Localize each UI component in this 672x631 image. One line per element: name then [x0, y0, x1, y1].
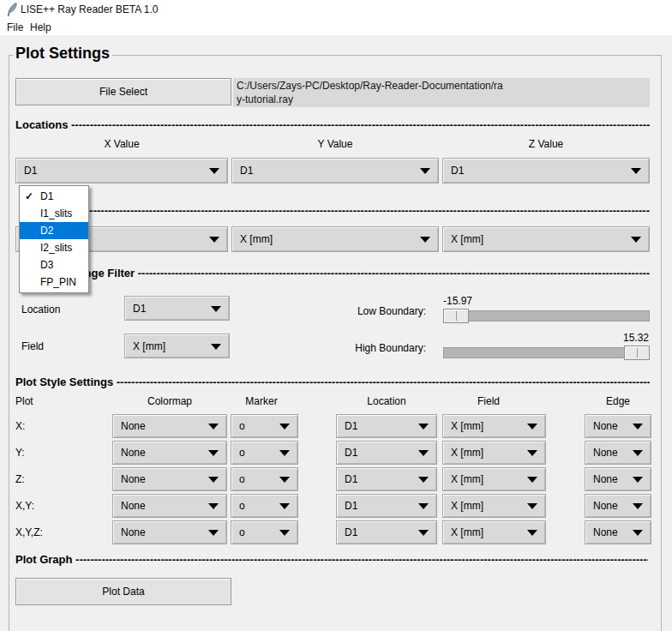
dropdown-arrow-icon [633, 424, 643, 430]
high-boundary-label: High Boundary: [309, 342, 426, 354]
field-z-value: X [mm] [451, 233, 483, 245]
edge-dropdown-xyz[interactable]: None [585, 520, 651, 544]
style-location-dropdown-x[interactable]: D1 [336, 414, 437, 438]
check-icon: ✓ [25, 188, 33, 205]
edge-dropdown-y[interactable]: None [585, 441, 651, 465]
plot-style-section-heading: Plot Style Settings --------------------… [15, 375, 650, 389]
edge-dropdown-z[interactable]: None [585, 467, 651, 491]
dropdown-arrow-icon [279, 530, 290, 536]
marker-dropdown-xy[interactable]: o [231, 494, 298, 518]
dropdown-arrow-icon [279, 503, 290, 509]
colormap-dropdown-z[interactable]: None [112, 467, 227, 491]
high-boundary-slider[interactable] [443, 346, 650, 360]
colormap-dropdown-y[interactable]: None [112, 441, 227, 465]
range-field-value: X [mm] [133, 340, 165, 352]
menu-item-d2[interactable]: D2 [20, 222, 88, 239]
location-x-dropdown[interactable]: D1 [15, 158, 228, 183]
marker-dropdown-xyz[interactable]: o [231, 520, 298, 544]
marker-dropdown-y[interactable]: o [231, 441, 298, 465]
menu-help[interactable]: Help [27, 21, 55, 34]
menu-item-i2-slits[interactable]: I2_slits [20, 239, 88, 256]
column-plot: Plot [15, 395, 33, 407]
locations-section-heading: Locations ------------------------------… [15, 117, 650, 132]
dropdown-arrow-icon [633, 503, 643, 509]
title-bar: LISE++ Ray Reader BETA 1.0 [0, 0, 672, 19]
colormap-dropdown-x[interactable]: None [112, 414, 227, 438]
dropdown-arrow-icon [631, 168, 641, 174]
app-feather-icon [6, 3, 18, 17]
dropdown-arrow-icon [633, 477, 643, 483]
plot-row-label: Z: [15, 473, 25, 485]
dropdown-arrow-icon [279, 477, 290, 483]
dropdown-arrow-icon [418, 450, 429, 456]
menu-item-i1-slits[interactable]: I1_slits [20, 205, 88, 222]
file-path-line2: y-tutorial.ray [237, 93, 650, 106]
high-boundary-slider-thumb[interactable] [624, 346, 650, 360]
location-y-value: D1 [240, 165, 253, 177]
range-filter-heading-dashes: ----------------------------------------… [138, 267, 650, 279]
style-field-dropdown-x[interactable]: X [mm] [442, 414, 546, 438]
plot-data-button[interactable]: Plot Data [15, 578, 231, 605]
style-location-dropdown-xyz[interactable]: D1 [336, 520, 437, 544]
style-location-dropdown-xy[interactable]: D1 [336, 494, 437, 518]
menu-file[interactable]: File [3, 21, 27, 34]
dropdown-arrow-icon [208, 424, 219, 430]
range-field-dropdown[interactable]: X [mm] [124, 334, 230, 358]
dropdown-arrow-icon [420, 237, 430, 243]
dropdown-arrow-icon [527, 424, 537, 430]
location-x-value: D1 [24, 165, 37, 177]
range-location-dropdown[interactable]: D1 [124, 296, 230, 321]
dropdown-arrow-icon [208, 450, 219, 456]
fields-section-dashes: ----------------------------------------… [86, 203, 650, 218]
menu-item-d3[interactable]: D3 [20, 256, 88, 273]
edge-dropdown-x[interactable]: None [585, 414, 651, 438]
dropdown-arrow-icon [418, 477, 429, 483]
dropdown-arrow-icon [527, 450, 537, 456]
colormap-dropdown-xyz[interactable]: None [112, 520, 227, 544]
dropdown-arrow-icon [418, 503, 429, 509]
field-y-dropdown[interactable]: X [mm] [231, 226, 439, 252]
file-select-button[interactable]: File Select [15, 78, 231, 105]
colormap-dropdown-xy[interactable]: None [112, 494, 227, 518]
locations-heading-label: Locations [15, 118, 68, 131]
plot-style-heading-label: Plot Style Settings [15, 376, 113, 388]
menu-item-fp-pin[interactable]: FP_PIN [20, 273, 88, 291]
column-colormap: Colormap [147, 395, 192, 407]
locations-heading-dashes: ----------------------------------------… [71, 118, 650, 131]
range-location-value: D1 [133, 303, 146, 315]
column-edge: Edge [606, 395, 630, 407]
dropdown-arrow-icon [631, 237, 641, 243]
marker-dropdown-z[interactable]: o [231, 467, 298, 491]
edge-dropdown-xy[interactable]: None [585, 494, 651, 518]
style-field-dropdown-y[interactable]: X [mm] [442, 441, 546, 465]
location-z-dropdown[interactable]: D1 [442, 158, 650, 183]
location-dropdown-menu: ✓ D1 I1_slits D2 I2_slits D3 FP_PIN [19, 185, 89, 293]
style-field-dropdown-z[interactable]: X [mm] [442, 467, 546, 491]
style-location-dropdown-y[interactable]: D1 [336, 441, 437, 465]
field-z-dropdown[interactable]: X [mm] [442, 226, 650, 252]
plot-graph-heading-dashes: ----------------------------------------… [75, 553, 648, 566]
marker-dropdown-x[interactable]: o [231, 414, 298, 438]
range-filter-section-heading: Range Filter ---------------------------… [70, 266, 650, 280]
low-boundary-value: -15.97 [443, 295, 472, 307]
dropdown-arrow-icon [279, 450, 290, 456]
window-title: LISE++ Ray Reader BETA 1.0 [21, 3, 159, 15]
app-window: LISE++ Ray Reader BETA 1.0 File Help Plo… [0, 0, 672, 631]
column-field: Field [477, 395, 500, 407]
dropdown-arrow-icon [527, 503, 537, 509]
location-z-value: D1 [451, 165, 464, 177]
dropdown-arrow-icon [211, 306, 221, 312]
plot-row-label: X,Y,Z: [15, 526, 43, 538]
style-field-dropdown-xyz[interactable]: X [mm] [442, 520, 546, 544]
style-location-dropdown-z[interactable]: D1 [336, 467, 437, 491]
plot-row-label: Y: [15, 447, 25, 459]
plot-settings-title: Plot Settings [13, 45, 112, 63]
style-field-dropdown-xy[interactable]: X [mm] [442, 494, 546, 518]
dropdown-arrow-icon [208, 503, 219, 509]
high-boundary-value: 15.32 [557, 332, 649, 344]
low-boundary-slider-thumb[interactable] [443, 309, 469, 323]
location-y-dropdown[interactable]: D1 [231, 158, 439, 183]
menu-item-d1[interactable]: ✓ D1 [20, 188, 88, 205]
low-boundary-slider[interactable] [443, 309, 650, 323]
menu-bar: File Help [0, 19, 672, 35]
